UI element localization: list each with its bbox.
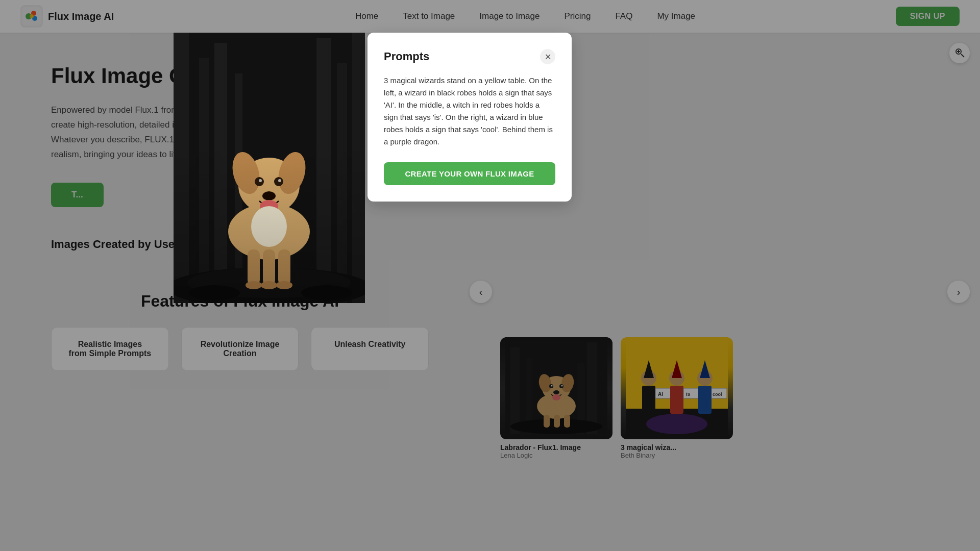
- svg-rect-48: [199, 58, 209, 303]
- svg-rect-53: [352, 33, 365, 303]
- svg-point-55: [187, 267, 351, 298]
- modal-title: Prompts: [384, 50, 429, 63]
- svg-point-66: [264, 206, 274, 214]
- modal-body: 3 magical wizards stand on a yellow tabl…: [384, 74, 555, 148]
- svg-point-71: [246, 281, 262, 289]
- svg-rect-52: [337, 63, 347, 303]
- svg-point-61: [274, 177, 283, 186]
- svg-rect-47: [174, 33, 189, 303]
- svg-point-62: [259, 179, 262, 182]
- svg-point-60: [255, 177, 264, 186]
- svg-point-67: [251, 206, 287, 247]
- svg-point-58: [228, 149, 264, 197]
- svg-point-64: [262, 191, 276, 201]
- svg-point-72: [261, 281, 277, 289]
- svg-point-75: [301, 285, 352, 300]
- modal-header: Prompts ✕: [384, 49, 555, 64]
- close-icon: ✕: [545, 52, 551, 62]
- modal-bg-image: [174, 33, 365, 303]
- modal-overlay[interactable]: Prompts ✕ 3 magical wizards stand on a y…: [0, 0, 980, 551]
- svg-point-65: [260, 200, 278, 212]
- svg-point-56: [228, 204, 310, 260]
- svg-point-74: [189, 285, 240, 300]
- svg-rect-51: [316, 38, 331, 303]
- svg-rect-68: [248, 249, 260, 285]
- svg-point-73: [276, 281, 292, 289]
- svg-point-63: [278, 179, 281, 182]
- svg-point-59: [274, 149, 310, 197]
- svg-rect-50: [235, 73, 242, 303]
- svg-rect-49: [214, 43, 227, 303]
- svg-point-54: [174, 267, 365, 303]
- modal-close-button[interactable]: ✕: [540, 49, 555, 64]
- svg-point-57: [238, 158, 300, 214]
- modal-cta-button[interactable]: CREATE YOUR OWN FLUX IMAGE: [384, 162, 555, 185]
- svg-rect-70: [278, 249, 290, 285]
- modal-dialog: Prompts ✕ 3 magical wizards stand on a y…: [368, 33, 572, 202]
- svg-rect-69: [263, 249, 275, 285]
